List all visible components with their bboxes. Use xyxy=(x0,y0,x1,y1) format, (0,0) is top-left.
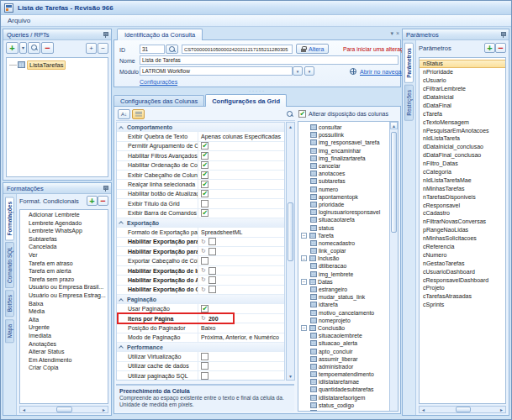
add-format-button[interactable]: + xyxy=(87,196,98,206)
tab-scroll-icon[interactable]: ▾ xyxy=(390,30,393,37)
column-list-item[interactable]: − subtarefas xyxy=(300,177,398,185)
param-list-item[interactable]: cCadastro xyxy=(420,209,505,218)
settings-tab[interactable]: Configurações das Colunas xyxy=(113,95,204,107)
group-collapse-icon[interactable]: − xyxy=(301,325,307,331)
property-row[interactable]: Itens por Página ↻ 200 xyxy=(117,314,284,323)
checkbox[interactable] xyxy=(201,142,208,150)
checkbox[interactable] xyxy=(201,362,208,370)
vertical-tab[interactable]: Botões xyxy=(5,290,14,317)
checkbox[interactable] xyxy=(201,209,208,217)
param-list-item[interactable]: cFiltrarLembrete xyxy=(420,85,505,93)
close-icon[interactable]: × xyxy=(396,30,399,37)
column-list-item[interactable]: − Tarefa xyxy=(300,232,398,239)
checkbox[interactable] xyxy=(201,190,208,197)
property-value-cell[interactable]: ↻ xyxy=(198,266,284,275)
property-value-cell[interactable]: ↻ xyxy=(198,371,284,380)
format-list-item[interactable]: Adicionar Lembrete xyxy=(29,212,108,220)
property-row[interactable]: Formato de Exportação para Excel ↻ Sprea… xyxy=(117,228,284,237)
param-list-item[interactable]: cTextoMensagem xyxy=(420,118,505,126)
param-list-item[interactable]: cTarefa xyxy=(420,109,505,118)
format-list-item[interactable]: Lembrete Agendado xyxy=(29,220,108,228)
property-row[interactable]: Exibir Barra de Comandos ↻ xyxy=(117,209,284,218)
column-list-item[interactable]: − Datas xyxy=(300,278,398,286)
format-list-item[interactable]: Média xyxy=(29,308,108,317)
property-row[interactable]: Exportar Cabeçalho de Colunas (CSV) ↻ xyxy=(117,256,284,265)
property-value-cell[interactable]: ↻ xyxy=(198,180,284,188)
column-list-item[interactable]: − estrangeiro xyxy=(300,286,398,293)
column-list-item[interactable]: − anotacoes xyxy=(300,170,398,177)
property-value-cell[interactable]: ↻ xyxy=(198,142,284,150)
property-row[interactable]: Habilitar Exportação para Excel ↻ xyxy=(117,238,284,247)
pin-icon[interactable] xyxy=(101,31,108,39)
column-list-item[interactable]: − situacao_alerta xyxy=(300,339,398,347)
group-collapse-icon[interactable]: − xyxy=(301,233,307,239)
param-list-item[interactable]: cResponsavel xyxy=(420,201,505,209)
column-list-item[interactable]: − nomeprojeto xyxy=(300,317,398,324)
altera-button[interactable]: Altera xyxy=(296,44,329,54)
reset-icon[interactable]: ↻ xyxy=(201,248,206,255)
modulo-dropdown-button[interactable]: ▾ xyxy=(293,66,303,76)
format-list-item[interactable]: Cancelada xyxy=(29,244,108,252)
scroll-thumb[interactable] xyxy=(391,132,397,233)
column-list-item[interactable]: − prioridade xyxy=(300,201,398,208)
format-list-item[interactable]: Alterar Status xyxy=(29,349,108,357)
param-list-item[interactable]: nStatus xyxy=(420,60,505,68)
columns-scrollbar[interactable]: ▲ xyxy=(389,122,398,411)
format-list-item[interactable]: Usuário ou Empresa Estrag... xyxy=(29,292,108,301)
checkbox[interactable] xyxy=(201,181,208,188)
format-list-item[interactable]: Tarefa sem prazo xyxy=(29,276,108,285)
columns-toggle-row[interactable]: Alterar disposição das colunas xyxy=(298,108,399,119)
column-list-item[interactable]: − possuilink xyxy=(300,131,398,139)
property-row[interactable]: Utilizar paginação SQL ↻ xyxy=(117,371,284,381)
title-bar[interactable]: Lista de Tarefas - Revisão 966 xyxy=(1,1,511,15)
param-list-item[interactable]: dDataInicial_conclusao xyxy=(420,143,505,151)
checkbox[interactable] xyxy=(208,248,216,255)
configuracoes-link[interactable]: Configurações xyxy=(140,79,177,85)
vertical-tab[interactable]: Restrições xyxy=(404,85,414,121)
reset-icon[interactable]: ↻ xyxy=(201,276,206,283)
param-list-item[interactable]: nMinhasSolicitacoes xyxy=(420,234,505,243)
property-value-cell[interactable]: ↻ xyxy=(198,171,284,179)
column-list-item[interactable]: − idlistatarefamae xyxy=(300,378,398,386)
column-list-item[interactable]: − loginusuarioresponsavel xyxy=(300,208,398,216)
column-list-item[interactable]: − dtliberacao xyxy=(300,262,398,270)
checkbox[interactable] xyxy=(208,286,216,293)
vertical-tab[interactable]: Parâmetros xyxy=(404,43,414,83)
property-row[interactable]: Usar Paginação ↻ xyxy=(117,304,284,313)
param-list-item[interactable]: cNumero xyxy=(420,250,505,259)
add-query-button[interactable]: + xyxy=(6,42,18,54)
nome-input[interactable] xyxy=(140,55,399,65)
property-row[interactable]: Realçar linha selecionada ↻ xyxy=(117,180,284,189)
remove-param-button[interactable]: − xyxy=(495,43,506,53)
format-list-item[interactable]: Tarefa em alerta xyxy=(29,268,108,276)
property-value-cell[interactable]: ↻ xyxy=(198,362,284,370)
property-value-cell[interactable]: ↻ xyxy=(198,286,284,294)
param-list-item[interactable]: dDataFinal xyxy=(420,101,505,109)
format-list-item[interactable]: Criar Cópia xyxy=(29,365,108,373)
property-value-cell[interactable]: ↻ xyxy=(198,199,284,207)
property-value-cell[interactable]: ↻ xyxy=(198,276,284,284)
checkbox[interactable] xyxy=(208,238,216,245)
menu-item-arquivo[interactable]: Arquivo xyxy=(1,15,37,26)
expand-all-button[interactable]: + xyxy=(86,43,97,54)
search-icon[interactable] xyxy=(287,111,293,118)
checkbox[interactable] xyxy=(208,267,216,275)
property-value-cell[interactable]: ↻ xyxy=(198,304,284,312)
property-value-cell[interactable]: ↻ Próxima, Anterior, e Numérico xyxy=(198,333,284,342)
property-row[interactable]: Habilitar Exportação do Cabeçalho... ↻ xyxy=(117,286,284,295)
scroll-up-icon[interactable]: ▲ xyxy=(287,123,294,130)
column-list-item[interactable]: − tempoematendimento xyxy=(300,370,398,378)
vertical-tab[interactable]: Mapa xyxy=(5,319,14,343)
property-row[interactable]: Paginação ↻ xyxy=(117,295,284,304)
column-list-item[interactable]: − Inclusão xyxy=(300,255,398,262)
collapse-all-button[interactable]: − xyxy=(98,43,108,54)
code-input[interactable] xyxy=(182,45,293,54)
sort-alphabetical-button[interactable]: A↓ xyxy=(118,109,130,119)
param-list-item[interactable]: cSprints xyxy=(420,301,505,309)
param-list-item[interactable]: cCategoria xyxy=(420,168,505,176)
property-row[interactable]: Utilizar cache de dados ↻ xyxy=(117,362,284,371)
property-row[interactable]: Habilitar Exportação para CSV ↻ xyxy=(117,247,284,256)
column-list-item[interactable]: − img_encaminhar xyxy=(300,147,398,155)
format-list-item[interactable]: Lembrete WhatsApp xyxy=(29,228,108,236)
property-value-cell[interactable]: ↻ xyxy=(198,256,284,265)
